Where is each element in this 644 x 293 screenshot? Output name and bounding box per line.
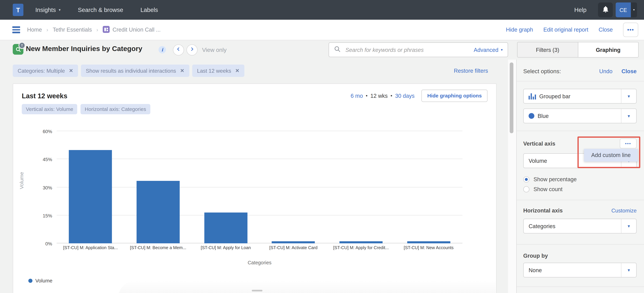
tab-filters[interactable]: Filters (3) [518, 42, 578, 57]
group-by-dropdown[interactable]: None ▾ [523, 263, 637, 277]
nav-item-labels[interactable]: Labels [140, 7, 158, 13]
chevron-down-icon: ▾ [621, 109, 636, 123]
radio-selected-icon[interactable] [523, 176, 530, 182]
grouped-bar-icon [528, 93, 536, 99]
view-only-label: View only [202, 47, 226, 53]
breadcrumb-item[interactable]: Credit Union Call ... [103, 26, 160, 34]
vertical-axis-menu-button[interactable]: ••• [620, 139, 637, 148]
range-link-30-days[interactable]: 30 days [395, 93, 414, 99]
chip-remove-icon[interactable]: ✕ [235, 68, 240, 74]
axis-chips: Vertical axis: Volume Horizontal axis: C… [22, 104, 150, 114]
filter-chip[interactable]: Last 12 weeks✕ [192, 65, 244, 77]
filter-chip[interactable]: Categories: Multiple✕ [13, 65, 78, 77]
plot-area [56, 131, 462, 243]
forward-button[interactable] [186, 44, 198, 56]
range-link-6-mo[interactable]: 6 mo [350, 93, 363, 99]
hide-graphing-options-button[interactable]: Hide graphing options [422, 90, 488, 102]
add-custom-line-menu-item[interactable]: Add custom line [584, 149, 638, 162]
breadcrumb-actions: Hide graph Edit original report Close ••… [506, 23, 638, 37]
horizontal-axis-dropdown[interactable]: Categories ▾ [523, 219, 637, 233]
back-button[interactable] [173, 44, 184, 56]
user-menu[interactable]: CE ▾ [616, 3, 637, 17]
radio-label: Show percentage [534, 176, 577, 182]
bar-slot [56, 131, 124, 243]
normalize-section: Normalize [517, 286, 644, 293]
bar-4[interactable] [272, 241, 315, 243]
notifications-button[interactable] [598, 3, 613, 17]
y-tick-label: 45% [43, 157, 52, 162]
nav-item-insights[interactable]: Insights▾ [35, 7, 60, 13]
chart-type-dropdown[interactable]: Grouped bar ▾ [523, 89, 637, 104]
breadcrumb-separator: › [46, 27, 48, 33]
chevron-down-icon: ▾ [621, 263, 636, 277]
range-link-12-wks[interactable]: 12 wks [370, 93, 388, 99]
breadcrumb-label: Tethr Essentials [53, 27, 92, 33]
logo-letter: T [16, 6, 20, 13]
scrollbar-thumb[interactable] [510, 63, 514, 133]
x-axis-labels: [ST-CU] M: Application Sta...[ST-CU] M: … [56, 245, 462, 250]
undo-link[interactable]: Undo [599, 68, 612, 74]
search-bar: Advanced▾ [328, 42, 508, 57]
search-input[interactable] [344, 46, 474, 53]
menu-icon[interactable] [12, 27, 20, 33]
tab-graphing[interactable]: Graphing [578, 42, 638, 57]
edit-original-report-link[interactable]: Edit original report [544, 27, 588, 33]
chart-card: Last 12 weeks 6 mo•12 wks•30 days Hide g… [13, 83, 497, 293]
radio-option[interactable]: Show percentage [523, 176, 637, 182]
bar-2[interactable] [136, 181, 180, 243]
range-separator: • [366, 93, 368, 99]
tethr-logo[interactable]: T [13, 4, 24, 16]
hide-graph-link[interactable]: Hide graph [506, 27, 533, 33]
horizontal-axis-chip: Horizontal axis: Categories [81, 104, 150, 114]
chart-title: Last 12 weeks [22, 92, 67, 100]
tethr-badge-icon: T [18, 42, 26, 49]
breadcrumb-item[interactable]: Home [27, 27, 42, 33]
nav-item-search-browse[interactable]: Search & browse [78, 7, 123, 13]
bar-3[interactable] [204, 212, 248, 243]
help-link[interactable]: Help [574, 7, 586, 13]
panel-close-link[interactable]: Close [622, 68, 637, 74]
breadcrumb-item[interactable]: Tethr Essentials [53, 27, 92, 33]
navbar-right: Help CE ▾ [574, 3, 644, 17]
horizontal-axis-section: Horizontal axis Customize Categories ▾ [517, 200, 644, 244]
restore-filters-link[interactable]: Restore filters [454, 68, 488, 74]
advanced-dropdown[interactable]: Advanced▾ [474, 47, 503, 53]
legend-item-volume[interactable]: Volume [28, 278, 52, 283]
more-options-button[interactable]: ••• [623, 23, 638, 37]
bar-1[interactable] [69, 150, 112, 243]
color-dropdown[interactable]: Blue ▾ [523, 109, 637, 123]
y-tick-label: 0% [45, 241, 52, 246]
info-icon[interactable]: i [158, 46, 166, 53]
bar-slot [260, 131, 327, 243]
chip-remove-icon[interactable]: ✕ [180, 68, 184, 74]
chip-remove-icon[interactable]: ✕ [69, 68, 73, 74]
nav-items: Insights▾Search & browseLabels [35, 7, 175, 13]
bar-5[interactable] [340, 241, 382, 243]
horizontal-scrollbar-thumb[interactable] [252, 290, 262, 291]
x-axis-label: [ST-CU] M: New Accounts [395, 245, 462, 250]
group-by-label: Group by [523, 253, 548, 259]
chart-style-section: Grouped bar ▾ Blue ▾ [517, 81, 644, 131]
blue-color-swatch [528, 113, 534, 119]
chevron-down-icon: ▾ [59, 8, 60, 12]
select-options-label: Select options: [523, 68, 561, 74]
customize-link[interactable]: Customize [612, 207, 637, 214]
legend-label: Volume [35, 278, 52, 283]
filter-chip-label: Categories: Multiple [18, 68, 65, 74]
bar-6[interactable] [407, 241, 450, 243]
title-row: T New Member Inquiries by Category i Vie… [0, 40, 644, 60]
breadcrumb-label: Credit Union Call ... [112, 27, 160, 33]
chevron-down-icon: ▾ [621, 219, 636, 233]
filter-chip-label: Show results as individual interactions [86, 68, 176, 74]
x-axis-label: [ST-CU] M: Apply for Credit... [327, 245, 395, 250]
breadcrumb: Home›Tethr Essentials›Credit Union Call … [27, 26, 160, 34]
vertical-axis-section: Vertical axis ••• Volume ▾ Show percenta… [517, 131, 644, 200]
vertical-axis-label: Vertical axis [523, 140, 555, 147]
bar-slot [124, 131, 192, 243]
close-link[interactable]: Close [599, 27, 613, 33]
filter-chip[interactable]: Show results as individual interactions✕ [81, 65, 189, 77]
report-icon [103, 26, 110, 34]
radio-option[interactable]: Show count [523, 186, 637, 192]
nav-item-label: Labels [140, 7, 158, 13]
radio-unselected-icon[interactable] [523, 186, 530, 192]
